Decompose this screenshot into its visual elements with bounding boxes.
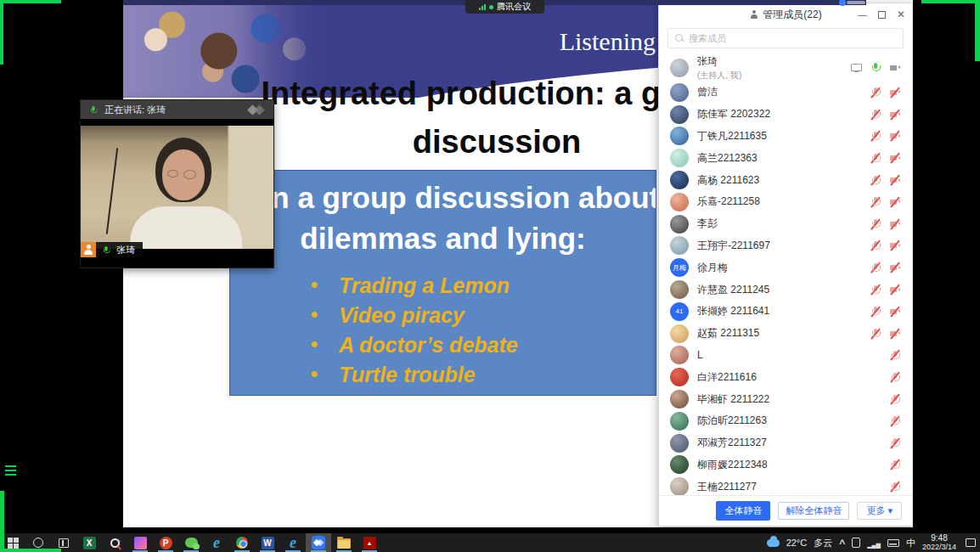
- network-signal-icon[interactable]: [867, 535, 881, 550]
- ie2-taskbar-button[interactable]: e: [280, 533, 306, 552]
- action-center-icon[interactable]: [966, 538, 976, 547]
- tray-expand-icon[interactable]: [839, 535, 845, 550]
- member-row[interactable]: 丁铁凡2211635: [659, 126, 912, 148]
- member-row[interactable]: 陈佳军 2202322: [659, 104, 912, 126]
- meeting-status-pill[interactable]: 腾讯会议: [465, 0, 544, 14]
- photos-taskbar-button[interactable]: [127, 533, 153, 552]
- video-name-label: 张琦: [116, 244, 135, 256]
- touch-keyboard-icon[interactable]: [887, 539, 899, 547]
- member-row[interactable]: 白洋2211616: [659, 366, 912, 388]
- mic-muted-icon[interactable]: [889, 459, 901, 470]
- green-edge-artifact: [921, 0, 980, 3]
- member-row[interactable]: 高杨 2211623: [659, 169, 912, 191]
- camera-muted-icon[interactable]: [889, 87, 901, 98]
- camera-muted-icon[interactable]: [889, 262, 901, 273]
- weather-temp[interactable]: 22°C: [786, 538, 808, 548]
- mute-all-button[interactable]: 全体静音: [716, 501, 770, 521]
- member-row[interactable]: 许慧盈 2211245: [659, 279, 912, 301]
- video-feed-area: 张琦: [81, 119, 273, 268]
- mic-muted-icon[interactable]: [870, 306, 881, 317]
- ime-language-indicator[interactable]: 中: [906, 537, 915, 549]
- member-avatar: 41: [670, 302, 689, 321]
- slider-thumb-icon[interactable]: [839, 0, 846, 6]
- mic-muted-icon[interactable]: [889, 482, 901, 493]
- wechat-taskbar-button[interactable]: [178, 533, 204, 552]
- speaker-video-window[interactable]: 正在讲话: 张琦 张琦: [81, 100, 273, 268]
- camera-muted-icon[interactable]: [889, 153, 901, 164]
- chrome-icon: [236, 537, 248, 549]
- member-row[interactable]: 曾洁: [659, 82, 912, 104]
- mic-muted-icon[interactable]: [870, 218, 881, 229]
- weather-cloud-icon[interactable]: [767, 539, 780, 547]
- member-row[interactable]: 李彭: [659, 213, 912, 235]
- clock[interactable]: 9:48 2022/3/14: [922, 534, 956, 551]
- powerpoint-taskbar-button[interactable]: P: [153, 533, 178, 552]
- mic-muted-icon[interactable]: [870, 131, 881, 142]
- minimize-button[interactable]: —: [858, 10, 867, 19]
- member-row[interactable]: L: [659, 345, 912, 367]
- search-box[interactable]: [667, 28, 904, 48]
- mic-muted-icon[interactable]: [889, 394, 901, 405]
- unmute-all-button[interactable]: 解除全体静音: [778, 502, 849, 520]
- mic-muted-icon[interactable]: [870, 284, 881, 296]
- member-row[interactable]: 赵茹 2211315: [659, 323, 912, 345]
- video-window-header[interactable]: 正在讲话: 张琦: [81, 100, 273, 119]
- maximize-button[interactable]: [878, 11, 886, 19]
- member-row[interactable]: 柳雨媛2212348: [659, 454, 912, 476]
- member-row[interactable]: 张琦 (主持人, 我): [659, 54, 912, 82]
- member-row[interactable]: 毕湘虾 2211222: [659, 388, 912, 410]
- mic-muted-icon[interactable]: [870, 196, 881, 207]
- member-list[interactable]: 张琦 (主持人, 我) 曾洁 陈佳军 2202322: [659, 54, 912, 495]
- camera-muted-icon[interactable]: [889, 284, 901, 296]
- mic-muted-icon[interactable]: [870, 240, 881, 251]
- member-avatar: [670, 127, 689, 145]
- mic-muted-icon[interactable]: [889, 437, 901, 448]
- member-row[interactable]: 王翔宇-2211697: [659, 235, 912, 257]
- mic-muted-icon[interactable]: [870, 87, 881, 98]
- mic-muted-icon[interactable]: [870, 153, 881, 164]
- member-row[interactable]: 41 张撷婷 2211641: [659, 301, 912, 323]
- ie-taskbar-button[interactable]: e: [204, 533, 229, 552]
- close-button[interactable]: ✕: [897, 8, 905, 20]
- camera-muted-icon[interactable]: [889, 306, 901, 317]
- member-name: 陈泊昕2211263: [697, 414, 767, 428]
- search-taskbar-button[interactable]: [102, 533, 127, 552]
- panel-titlebar[interactable]: 管理成员(22) — ✕: [659, 3, 912, 25]
- member-row[interactable]: 高兰2212363: [659, 147, 912, 169]
- mic-muted-icon[interactable]: [870, 109, 881, 120]
- green-edge-artifact: [0, 549, 61, 552]
- device-icon[interactable]: [852, 538, 860, 548]
- member-row[interactable]: 乐嘉-2211258: [659, 191, 912, 213]
- member-name: 徐月梅: [697, 261, 728, 275]
- camera-muted-icon[interactable]: [889, 131, 901, 142]
- camera-muted-icon[interactable]: [889, 196, 901, 207]
- excel-icon: X: [83, 537, 96, 549]
- explorer-taskbar-button[interactable]: [331, 533, 357, 552]
- camera-muted-icon[interactable]: [889, 218, 901, 229]
- pdf-taskbar-button[interactable]: [357, 533, 382, 552]
- mic-muted-icon[interactable]: [870, 262, 881, 273]
- camera-icon[interactable]: [889, 62, 901, 73]
- more-button[interactable]: 更多 ▾: [857, 502, 902, 520]
- excel-taskbar-button[interactable]: X: [76, 533, 102, 552]
- member-row[interactable]: 陈泊昕2211263: [659, 410, 912, 432]
- member-row[interactable]: 王楠2211277: [659, 476, 912, 495]
- screen-share-icon[interactable]: [850, 62, 862, 73]
- meeting-taskbar-button[interactable]: [306, 533, 331, 552]
- camera-muted-icon[interactable]: [889, 328, 901, 339]
- mic-muted-icon[interactable]: [870, 328, 881, 339]
- camera-muted-icon[interactable]: [889, 175, 901, 186]
- member-row[interactable]: 邓淑芳2211327: [659, 432, 912, 454]
- weather-desc[interactable]: 多云: [814, 537, 832, 549]
- mic-muted-icon[interactable]: [870, 175, 881, 186]
- member-row[interactable]: 月梅 徐月梅: [659, 256, 912, 279]
- chrome-taskbar-button[interactable]: [229, 533, 255, 552]
- camera-muted-icon[interactable]: [889, 109, 901, 120]
- camera-muted-icon[interactable]: [889, 240, 901, 251]
- mic-muted-icon[interactable]: [889, 372, 901, 383]
- word-taskbar-button[interactable]: W: [255, 533, 280, 552]
- mic-muted-icon[interactable]: [889, 350, 901, 361]
- search-input[interactable]: [689, 33, 896, 43]
- mic-muted-icon[interactable]: [889, 415, 901, 426]
- mic-icon[interactable]: [870, 62, 881, 73]
